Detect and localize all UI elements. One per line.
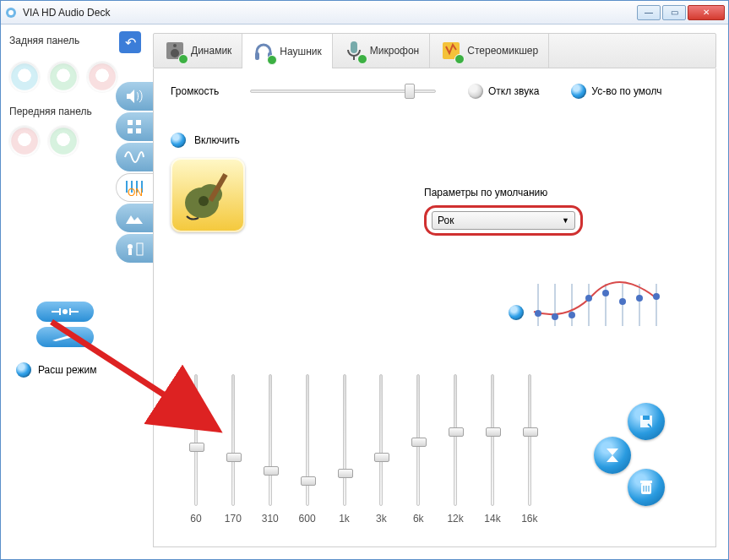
save-preset-button[interactable] [628, 403, 665, 440]
tab-speaker[interactable]: Динамик [154, 34, 242, 68]
eq-freq-label: 600 [299, 513, 316, 526]
eq-panel: Громкость Откл звука Ус-во по умолч Вклю… [153, 68, 716, 547]
svg-point-38 [602, 290, 609, 296]
eq-curve-toggle[interactable] [509, 305, 524, 320]
equalizer-icon: ON [123, 179, 147, 196]
eq-slider[interactable] [416, 374, 420, 506]
eq-slider[interactable] [491, 374, 494, 506]
eq-freq-label: 6k [413, 513, 424, 526]
connector-tool-button[interactable] [36, 302, 94, 322]
content-area: ON ДинамикНаушникМикрофонСтереомикшер Гр… [153, 24, 728, 559]
advanced-mode-toggle[interactable] [16, 362, 31, 378]
func-speaker-config[interactable] [116, 112, 153, 141]
svg-rect-3 [128, 120, 133, 125]
func-equalizer[interactable]: ON [116, 173, 153, 202]
undo-button[interactable]: ↶ [119, 31, 141, 53]
device-tabs: ДинамикНаушникМикрофонСтереомикшер [153, 33, 716, 68]
mic-icon [343, 40, 365, 62]
eq-enable-label: Включить [194, 134, 240, 146]
jack-port[interactable] [87, 62, 117, 92]
eq-freq-label: 14k [484, 513, 500, 526]
headphone-icon [253, 41, 275, 63]
svg-rect-14 [137, 243, 143, 255]
eq-slider[interactable] [528, 374, 531, 506]
eq-freq-label: 1k [339, 513, 350, 526]
room-icon [124, 241, 144, 256]
eq-slider[interactable] [454, 374, 457, 506]
eq-slider[interactable] [306, 374, 309, 506]
minimize-button[interactable]: — [637, 5, 661, 20]
svg-point-2 [63, 309, 68, 314]
eq-slider[interactable] [194, 374, 198, 506]
app-icon [4, 6, 18, 19]
svg-point-36 [569, 312, 575, 318]
tab-mixer[interactable]: Стереомикшер [430, 34, 549, 68]
eq-band-310: 310 [253, 374, 287, 526]
svg-rect-6 [136, 128, 141, 133]
svg-rect-18 [255, 52, 259, 60]
eq-band-6k: 6k [401, 374, 435, 526]
rear-panel-label: Задняя панель [9, 35, 119, 46]
jack-port[interactable] [9, 62, 40, 92]
eq-freq-label: 310 [262, 513, 279, 526]
eq-band-1k: 1k [328, 374, 362, 526]
eq-band-170: 170 [216, 374, 250, 526]
preset-dropdown[interactable]: Рок ▼ [432, 211, 575, 230]
func-room[interactable] [116, 234, 153, 263]
default-device-label: Ус-во по умолч [591, 85, 661, 97]
svg-point-16 [171, 49, 179, 57]
svg-rect-43 [643, 416, 650, 420]
jack-port[interactable] [48, 126, 79, 156]
close-button[interactable]: ✕ [688, 5, 725, 20]
preset-label: Параметры по умолчанию [424, 187, 583, 198]
preset-highlight: Рок ▼ [424, 205, 583, 236]
speaker-grid-icon [126, 118, 143, 135]
chevron-down-icon: ▼ [562, 216, 569, 225]
jack-port[interactable] [48, 62, 79, 92]
tab-label: Динамик [191, 45, 231, 57]
title-bar: VIA HD Audio Deck — ▭ ✕ [1, 1, 728, 24]
svg-point-24 [199, 196, 209, 206]
svg-point-39 [619, 298, 626, 305]
eq-freq-label: 3k [376, 513, 387, 526]
func-environment[interactable] [116, 204, 153, 232]
svg-point-17 [173, 44, 177, 47]
reset-preset-button[interactable] [594, 437, 631, 474]
svg-point-37 [585, 295, 592, 302]
eq-enable-toggle[interactable] [171, 133, 186, 148]
eq-band-12k: 12k [438, 374, 472, 526]
pen-tool-button[interactable] [36, 327, 94, 347]
eq-band-14k: 14k [476, 374, 509, 526]
default-device-toggle[interactable] [571, 84, 586, 99]
delete-preset-button[interactable] [628, 469, 665, 506]
svg-rect-13 [128, 249, 132, 255]
jack-port[interactable] [9, 126, 40, 156]
eq-band-3k: 3k [364, 374, 398, 526]
preset-value: Рок [438, 215, 454, 226]
svg-rect-5 [128, 128, 133, 133]
scene-icon [124, 210, 144, 226]
save-icon [638, 413, 655, 430]
svg-rect-4 [136, 120, 141, 125]
maximize-button[interactable]: ▭ [662, 5, 686, 20]
eq-freq-label: 16k [521, 513, 537, 526]
mute-toggle[interactable] [468, 84, 483, 99]
svg-text:ON: ON [128, 187, 143, 196]
preset-tile [171, 158, 245, 232]
window-title: VIA HD Audio Deck [23, 7, 637, 19]
eq-slider[interactable] [269, 374, 272, 506]
func-wave[interactable] [116, 143, 153, 171]
tab-headphone[interactable]: Наушник [242, 33, 332, 69]
func-volume[interactable] [116, 82, 153, 111]
volume-slider[interactable] [250, 84, 436, 99]
trash-icon [639, 479, 654, 496]
wave-icon [124, 151, 144, 163]
eq-bands: 601703106001k3k6k12k14k16k [179, 374, 547, 526]
pen-icon [51, 332, 79, 342]
eq-slider[interactable] [343, 374, 346, 506]
eq-band-600: 600 [291, 374, 324, 526]
eq-slider[interactable] [231, 374, 235, 506]
tab-mic[interactable]: Микрофон [333, 34, 430, 68]
connector-icon [48, 306, 82, 318]
eq-slider[interactable] [379, 374, 383, 506]
